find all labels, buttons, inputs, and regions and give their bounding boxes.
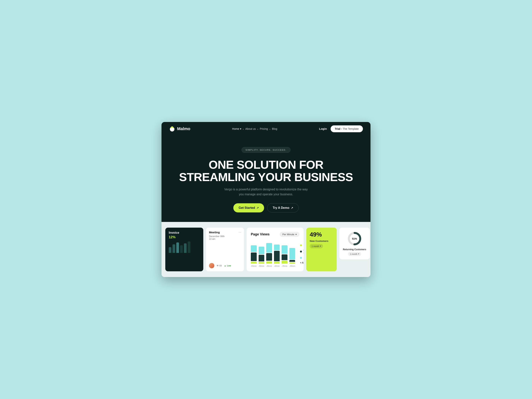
- meeting-time: 10 am: [209, 238, 241, 240]
- logo-icon: [169, 126, 175, 132]
- hero-subtitle: Vergo is a powerful platform designed to…: [222, 187, 310, 197]
- try-demo-button[interactable]: Try A Demo ↗: [267, 203, 299, 212]
- meeting-options-icon[interactable]: ···: [238, 230, 241, 234]
- bar-dark: [259, 255, 265, 261]
- returning-customers-card: 51% Returning Customers 1 month ▾: [339, 228, 370, 259]
- bar-cyan: [266, 243, 272, 253]
- bar-dark: [266, 253, 272, 261]
- chevron-down-icon: ▾: [320, 245, 321, 247]
- bar-yellow: [289, 262, 295, 264]
- hero-title: ONE SOLUTION FOR STREAMLING YOUR BUSINES…: [169, 158, 363, 183]
- legend-organic: ORGANIC SEARCH: [300, 249, 304, 254]
- bar-cyan: [289, 248, 295, 259]
- bar-cyan: [251, 245, 257, 252]
- bar-group: [289, 248, 295, 264]
- chart-bars: -55min -50min -45min -40min -35min -30mi…: [251, 241, 295, 267]
- invoice-title: Invoice: [169, 231, 200, 234]
- invoice-bar: [180, 245, 183, 253]
- right-column: 51% Returning Customers 1 month ▾: [339, 228, 370, 271]
- arrow-icon: ↗: [291, 206, 293, 209]
- legend-referral: REFERRAL: [300, 244, 304, 247]
- chart-area: -55min -50min -45min -40min -35min -30mi…: [251, 241, 299, 267]
- bar-yellow: [266, 261, 272, 264]
- hero-badge: SIMPLIFY. SECURE. SUCCEED.: [241, 147, 291, 153]
- donut-chart: 51%: [347, 231, 362, 246]
- chart-label: -45min: [266, 265, 272, 267]
- pageviews-title: Page Views: [251, 232, 270, 236]
- invoice-bar: [169, 247, 171, 253]
- returning-title: Returning Customers: [343, 248, 366, 251]
- invoice-bar: [184, 243, 187, 253]
- meeting-priority: ▲ Low: [224, 265, 231, 267]
- nav-item-home[interactable]: Home ▾: [232, 127, 241, 130]
- customers-filter-button[interactable]: 1 month ▾: [310, 244, 323, 248]
- meeting-date: December 08th: [209, 235, 241, 238]
- get-started-button[interactable]: Get Started ↗: [233, 203, 264, 212]
- logo-text: Malmo: [177, 126, 190, 131]
- bar-group: [266, 243, 272, 264]
- bar-group: [251, 245, 257, 264]
- priority-icon: ▲: [224, 265, 226, 267]
- hero-title-line1: ONE SOLUTION FOR: [209, 158, 323, 171]
- nav-separator: [269, 129, 270, 130]
- chevron-down-icon: ▾: [295, 233, 297, 236]
- bars-container: [251, 241, 295, 264]
- bar-group: [259, 247, 265, 264]
- add-source-button[interactable]: + ADD SOURCE: [300, 261, 304, 264]
- nav-right: Login Trial - The Template: [319, 125, 363, 132]
- bar-cyan: [274, 245, 280, 250]
- customers-label: New Customers: [310, 240, 333, 242]
- bar-dark: [251, 253, 257, 261]
- meeting-card: ··· Meeting December 08th 10 am 👁 03 ▲ L…: [206, 228, 244, 271]
- nav-links: Home ▾ About us Pricing Blog: [232, 127, 277, 130]
- bar-dark: [289, 260, 295, 262]
- nav-item-blog[interactable]: Blog: [272, 127, 277, 130]
- new-customers-card: 49% New Customers 1 month ▾: [306, 228, 337, 271]
- donut-label: 51%: [352, 237, 357, 240]
- invoice-bar: [176, 242, 179, 253]
- navbar: Malmo Home ▾ About us Pricing Blog Login…: [162, 122, 370, 136]
- nav-item-about[interactable]: About us: [245, 127, 256, 130]
- trial-normal-text: The Template: [342, 127, 359, 130]
- legend-dot-organic: [300, 251, 302, 253]
- chart-label: -40min: [274, 265, 280, 267]
- pageviews-dropdown[interactable]: Per Minute ▾: [280, 232, 299, 237]
- dashboard-section: Invoice 12% ··· Meeting December 08th 10…: [162, 222, 370, 277]
- trial-button[interactable]: Trial - The Template: [331, 125, 363, 132]
- svg-point-2: [171, 127, 173, 129]
- arrow-icon: ↗: [256, 206, 259, 209]
- browser-window: Malmo Home ▾ About us Pricing Blog Login…: [162, 122, 370, 277]
- chart-label: -55min: [251, 265, 257, 267]
- invoice-card: Invoice 12%: [165, 228, 203, 271]
- legend-direct: DIRECT: [300, 256, 304, 259]
- nav-separator: [243, 129, 244, 130]
- invoice-percent: 12%: [169, 235, 200, 239]
- invoice-bar: [188, 241, 190, 253]
- invoice-bar: [172, 244, 175, 253]
- chevron-down-icon: ▾: [358, 253, 359, 255]
- hero-section: SIMPLIFY. SECURE. SUCCEED. ONE SOLUTION …: [162, 136, 370, 222]
- pageviews-header: Page Views Per Minute ▾: [251, 232, 299, 237]
- chart-legend: REFERRAL ORGANIC SEARCH DIRECT + ADD SOU…: [298, 241, 304, 267]
- chart-label: -35min: [282, 265, 287, 267]
- meeting-views: 👁 03: [217, 265, 222, 267]
- bar-dark: [274, 251, 280, 261]
- legend-dot-direct: [300, 257, 302, 259]
- bar-yellow: [274, 262, 280, 264]
- chart-label: -50min: [259, 265, 265, 267]
- trial-bold-text: Trial -: [335, 127, 342, 130]
- customers-percent: 49%: [310, 231, 333, 238]
- logo-area: Malmo: [169, 126, 190, 132]
- bar-group: [274, 245, 280, 264]
- eye-icon: 👁: [217, 265, 219, 267]
- invoice-bars: [169, 241, 200, 253]
- returning-filter-button[interactable]: 1 month ▾: [348, 252, 361, 256]
- bar-cyan: [259, 247, 265, 254]
- bar-dark: [282, 254, 287, 260]
- pageviews-card: Page Views Per Minute ▾: [247, 228, 304, 271]
- meeting-title: Meeting: [209, 231, 241, 234]
- bar-group: [282, 245, 287, 264]
- login-button[interactable]: Login: [319, 127, 327, 130]
- nav-item-pricing[interactable]: Pricing: [260, 127, 268, 130]
- bar-cyan: [282, 245, 287, 254]
